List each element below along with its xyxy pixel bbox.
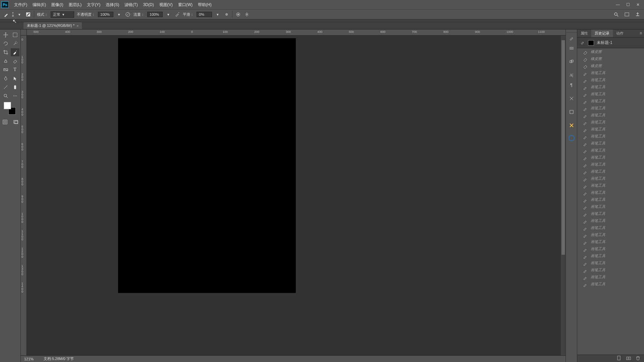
- history-item[interactable]: 画笔工具: [577, 76, 644, 83]
- history-item[interactable]: 画笔工具: [577, 83, 644, 90]
- quick-select-tool[interactable]: [11, 40, 19, 48]
- history-item[interactable]: 画笔工具: [577, 154, 644, 161]
- history-item[interactable]: 画笔工具: [577, 119, 644, 126]
- modify-icon[interactable]: [567, 94, 576, 103]
- menu-7[interactable]: 3D(D): [141, 0, 157, 9]
- history-item[interactable]: 橡皮擦: [577, 55, 644, 62]
- menu-5[interactable]: 选择(S): [103, 0, 122, 9]
- pressure-size-icon[interactable]: [235, 11, 241, 17]
- menu-9[interactable]: 窗口(W): [175, 0, 195, 9]
- window-minimize[interactable]: —: [613, 1, 623, 8]
- clone-stamp-tool[interactable]: [1, 57, 10, 65]
- history-item[interactable]: 画笔工具: [577, 252, 644, 259]
- history-item[interactable]: 画笔工具: [577, 231, 644, 238]
- eraser-tool[interactable]: [11, 57, 19, 65]
- history-item[interactable]: 画笔工具: [577, 210, 644, 217]
- vertical-scrollbar[interactable]: [561, 36, 566, 355]
- move-tool[interactable]: [1, 31, 10, 39]
- workspace-icon[interactable]: [624, 11, 630, 17]
- screen-mode-icon[interactable]: [11, 118, 20, 126]
- history-item[interactable]: 画笔工具: [577, 98, 644, 105]
- menu-3[interactable]: 图层(L): [66, 0, 85, 9]
- history-item[interactable]: 画笔工具: [577, 189, 644, 196]
- hand-tool[interactable]: [11, 83, 19, 91]
- zoom-level[interactable]: 121%: [24, 357, 34, 361]
- history-item[interactable]: 画笔工具: [577, 126, 644, 133]
- history-item[interactable]: 橡皮擦: [577, 62, 644, 69]
- pressure-opacity-icon[interactable]: [125, 11, 131, 17]
- lasso-tool[interactable]: [1, 40, 10, 48]
- mode-select[interactable]: 正常 ▾: [51, 11, 74, 18]
- history-item[interactable]: 画笔工具: [577, 217, 644, 224]
- paragraph-icon[interactable]: ¶: [567, 80, 576, 90]
- share-icon[interactable]: [635, 11, 641, 17]
- symmetry-icon[interactable]: [244, 11, 250, 17]
- panel-menu-icon[interactable]: ≡: [638, 29, 644, 37]
- tab-actions[interactable]: 动作: [613, 29, 627, 37]
- history-item[interactable]: 画笔工具: [577, 90, 644, 98]
- window-close[interactable]: ✕: [633, 1, 643, 8]
- history-item[interactable]: 画笔工具: [577, 224, 644, 231]
- clone-source-icon[interactable]: [567, 57, 576, 66]
- marquee-tool[interactable]: [11, 31, 19, 39]
- history-list[interactable]: 橡皮擦橡皮擦橡皮擦画笔工具画笔工具画笔工具画笔工具画笔工具画笔工具画笔工具画笔工…: [577, 48, 644, 355]
- window-maximize[interactable]: ☐: [623, 1, 633, 8]
- search-icon[interactable]: [613, 11, 619, 17]
- tab-history[interactable]: 历史记录: [591, 29, 613, 37]
- history-item[interactable]: 画笔工具: [577, 112, 644, 119]
- timeline-icon[interactable]: [567, 133, 576, 143]
- menu-0[interactable]: 文件(F): [11, 0, 30, 9]
- path-select-tool[interactable]: [11, 74, 19, 82]
- menu-2[interactable]: 图像(I): [49, 0, 66, 9]
- smooth-input[interactable]: 0%: [197, 12, 212, 17]
- more-tools[interactable]: ⋯: [11, 92, 19, 100]
- menu-6[interactable]: 滤镜(T): [122, 0, 140, 9]
- menu-4[interactable]: 文字(Y): [84, 0, 103, 9]
- brush-settings-icon[interactable]: [567, 34, 576, 43]
- history-item[interactable]: 画笔工具: [577, 196, 644, 203]
- airbrush-icon[interactable]: [174, 11, 180, 17]
- history-item[interactable]: 画笔工具: [577, 259, 644, 266]
- type-tool[interactable]: T: [11, 66, 19, 74]
- collapse-strip[interactable]: [0, 19, 644, 22]
- color-swatches[interactable]: [4, 102, 17, 115]
- libraries-icon[interactable]: [567, 107, 576, 117]
- brush-panel-icon[interactable]: [25, 11, 31, 17]
- trash-icon[interactable]: [635, 355, 641, 362]
- history-item[interactable]: 画笔工具: [577, 161, 644, 168]
- menu-8[interactable]: 视图(V): [157, 0, 175, 9]
- zoom-tool[interactable]: [1, 92, 10, 100]
- quick-mask-icon[interactable]: [1, 118, 9, 126]
- document-tab[interactable]: 未标题-1 @ 121%(RGB/8#) * ×: [23, 22, 82, 29]
- brush-size-dropdown[interactable]: • 8: [12, 11, 14, 17]
- document-canvas[interactable]: [118, 38, 296, 293]
- menu-1[interactable]: 编辑(E): [30, 0, 49, 9]
- chevron-down-icon[interactable]: ▾: [165, 11, 171, 17]
- measure-icon[interactable]: [567, 121, 576, 130]
- history-item[interactable]: 画笔工具: [577, 274, 644, 281]
- history-item[interactable]: 画笔工具: [577, 238, 644, 245]
- crop-tool[interactable]: [1, 48, 10, 56]
- brush-tool-icon[interactable]: [3, 11, 9, 17]
- brush-tool[interactable]: [11, 48, 19, 56]
- gradient-tool[interactable]: [1, 66, 10, 74]
- history-item[interactable]: 画笔工具: [577, 175, 644, 182]
- history-item[interactable]: 橡皮擦: [577, 48, 644, 55]
- tab-properties[interactable]: 属性: [577, 29, 591, 37]
- opacity-input[interactable]: 100%: [98, 12, 113, 17]
- menu-10[interactable]: 帮助(H): [195, 0, 214, 9]
- history-item[interactable]: 画笔工具: [577, 182, 644, 189]
- history-item[interactable]: 画笔工具: [577, 168, 644, 175]
- history-item[interactable]: 画笔工具: [577, 69, 644, 76]
- new-document-icon[interactable]: [616, 355, 622, 362]
- chevron-down-icon[interactable]: ▾: [116, 11, 122, 17]
- history-item[interactable]: 画笔工具: [577, 147, 644, 154]
- pen-tool[interactable]: [1, 74, 10, 82]
- line-tool[interactable]: [1, 83, 10, 91]
- close-icon[interactable]: ×: [76, 24, 78, 28]
- chevron-down-icon[interactable]: ▾: [16, 11, 22, 17]
- chevron-down-icon[interactable]: ▾: [215, 11, 221, 17]
- history-snapshot[interactable]: 未标题-1: [577, 38, 644, 48]
- foreground-color[interactable]: [4, 102, 11, 109]
- character-icon[interactable]: A|: [567, 70, 576, 80]
